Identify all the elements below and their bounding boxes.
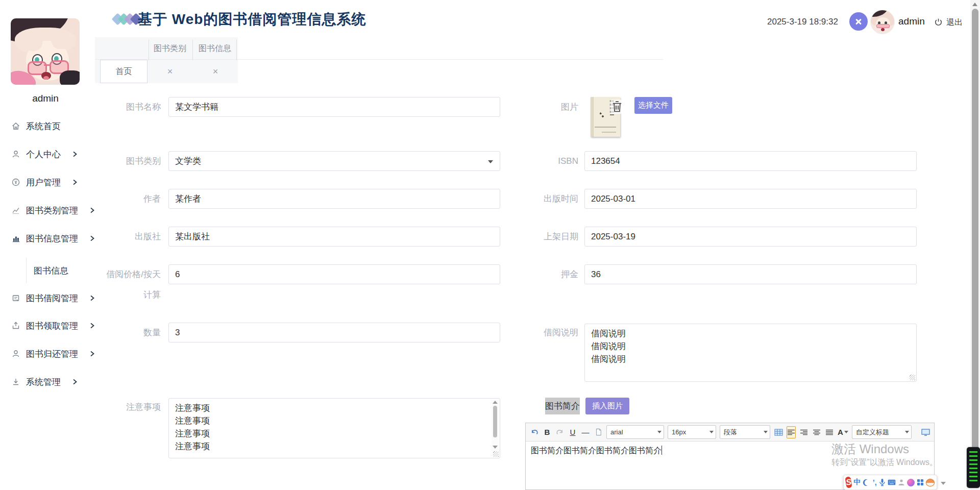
coin-icon	[11, 178, 20, 187]
sidebar-item-book-category-management[interactable]: 图书类别管理	[11, 202, 95, 219]
chevron-down-icon	[844, 431, 848, 433]
deposit-label: 押金	[497, 264, 578, 284]
person-icon	[11, 150, 20, 159]
page-scrollbar[interactable]	[970, 0, 980, 490]
underline-button[interactable]: U	[568, 426, 577, 438]
chevron-down-icon	[764, 431, 768, 433]
price-input[interactable]	[168, 264, 500, 284]
align-center-button[interactable]	[812, 426, 821, 438]
delete-image-button[interactable]	[610, 100, 624, 114]
font-size-select[interactable]: 16px	[668, 425, 716, 439]
emoji-fox-icon[interactable]	[926, 477, 935, 487]
borrow-note-resize-grip[interactable]	[910, 375, 915, 380]
sidebar-item-user-management[interactable]: 用户管理	[11, 174, 78, 191]
notes-scroll-thumb[interactable]	[493, 406, 497, 437]
paragraph-select[interactable]: 段落	[720, 425, 770, 439]
align-left-icon	[787, 429, 795, 435]
deposit-input[interactable]	[584, 264, 917, 284]
avatar-jacket	[60, 70, 80, 85]
ime-language-button[interactable]: 中	[853, 477, 861, 487]
tab-home[interactable]: 首页	[100, 60, 148, 83]
skin-paw-icon[interactable]	[907, 477, 915, 487]
author-input[interactable]	[168, 189, 500, 209]
header-avatar[interactable]	[870, 10, 895, 34]
chevron-down-icon	[657, 431, 662, 433]
align-right-button[interactable]	[799, 426, 808, 438]
page-scroll-thumb[interactable]	[972, 9, 978, 459]
book-category-label: 图书类别	[89, 151, 161, 171]
shelf-date-input[interactable]	[584, 227, 917, 247]
book-category-select[interactable]: 文学类	[168, 151, 500, 171]
ime-expand-icon[interactable]	[941, 482, 946, 485]
sidebar-item-personal-center[interactable]: 个人中心	[11, 145, 78, 163]
line-chart-icon	[11, 206, 20, 215]
align-justify-button[interactable]	[825, 426, 834, 438]
publish-date-input[interactable]	[584, 189, 917, 209]
quantity-input[interactable]	[168, 323, 500, 342]
custom-style-select[interactable]: 自定义标题	[852, 425, 912, 439]
sidebar-item-book-pickup-management[interactable]: 图书领取管理	[11, 317, 95, 334]
book-intro-label: 图书简介	[545, 398, 580, 414]
isbn-input[interactable]	[584, 151, 917, 171]
moon-icon[interactable]	[863, 477, 870, 487]
scroll-up-icon[interactable]	[972, 3, 977, 6]
fullscreen-button[interactable]	[849, 12, 868, 31]
align-left-button[interactable]	[787, 426, 796, 438]
sidebar-item-label: 个人中心	[26, 149, 61, 160]
publisher-input[interactable]	[168, 227, 500, 247]
microphone-icon[interactable]	[879, 477, 886, 487]
keyboard-icon[interactable]	[888, 477, 896, 487]
tab-close-button[interactable]: ×	[155, 60, 185, 83]
font-color-button[interactable]: A	[838, 426, 848, 438]
hr-button[interactable]: —	[581, 426, 590, 438]
undo-button[interactable]	[530, 426, 539, 438]
notes-label: 注意事项	[89, 398, 161, 413]
notes-textarea[interactable]: 注意事项 注意事项 注意事项 注意事项	[168, 398, 500, 458]
document-icon	[11, 293, 20, 303]
chevron-down-icon	[709, 431, 714, 433]
sogou-logo-icon[interactable]: S	[845, 476, 852, 488]
sidebar-item-book-info-management[interactable]: 图书信息管理	[11, 230, 95, 247]
avatar-mouth	[881, 28, 885, 31]
new-page-button[interactable]	[594, 426, 603, 438]
chevron-down-icon	[905, 431, 909, 433]
chevron-right-icon	[72, 179, 78, 185]
sidebar-item-home[interactable]: 系统首页	[11, 117, 61, 135]
windows-activation-watermark: 激活 Windows	[831, 441, 909, 457]
price-label-line2: 计算	[89, 289, 161, 301]
insert-image-button[interactable]: 插入图片	[585, 398, 629, 414]
toolbox-grid-icon[interactable]	[917, 477, 924, 487]
tab-book-category[interactable]: 图书类别	[154, 43, 186, 54]
sidebar-item-label: 图书信息管理	[26, 233, 78, 244]
editor-fullscreen-button[interactable]	[921, 426, 930, 438]
book-spine	[591, 97, 594, 137]
font-color-label: A	[838, 428, 843, 436]
notes-scrollbar[interactable]	[492, 400, 499, 451]
author-label: 作者	[89, 189, 161, 209]
page-icon	[595, 428, 602, 436]
table-button[interactable]	[774, 426, 783, 438]
book-name-input[interactable]	[168, 97, 500, 117]
sidebar-item-system-management[interactable]: 系统管理	[11, 373, 78, 390]
logout-button[interactable]: 退出	[946, 17, 963, 28]
publish-date-label: 出版时间	[497, 189, 578, 209]
ime-toolbar: S 中 ’,	[843, 475, 937, 490]
borrow-note-textarea[interactable]: 借阅说明 借阅说明 借阅说明	[584, 324, 917, 382]
bold-button[interactable]: B	[543, 426, 552, 438]
redo-button[interactable]	[555, 426, 565, 438]
sidebar-item-book-borrow-management[interactable]: 图书借阅管理	[11, 289, 95, 307]
book-category-value: 文学类	[175, 156, 201, 166]
choose-file-button[interactable]: 选择文件	[634, 97, 672, 114]
sidebar-avatar	[11, 18, 80, 85]
font-family-select[interactable]: arial	[606, 425, 664, 439]
person-icon[interactable]	[898, 477, 905, 487]
sidebar-subitem-book-info[interactable]: 图书信息	[26, 258, 68, 283]
shelf-date-label: 上架日期	[497, 227, 578, 247]
tab-book-info[interactable]: 图书信息	[199, 43, 231, 54]
tab-close-button[interactable]: ×	[200, 60, 231, 83]
sidebar-item-book-return-management[interactable]: 图书归还管理	[11, 345, 95, 362]
ime-punctuation-button[interactable]: ’,	[872, 477, 877, 487]
notes-resize-grip[interactable]	[493, 451, 499, 457]
text-cursor	[662, 446, 662, 455]
monitor-icon	[921, 429, 930, 436]
